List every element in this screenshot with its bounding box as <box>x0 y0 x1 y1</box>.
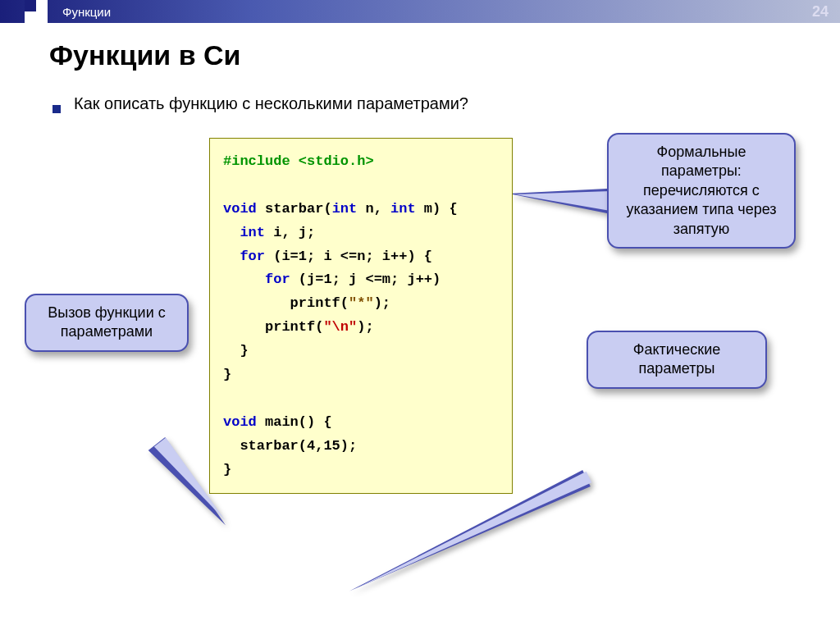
bullet-square-icon <box>52 105 61 113</box>
callout-actual-params: Фактические параметры <box>587 331 767 389</box>
bullet-text: Как описать функцию с несколькими параме… <box>74 94 468 113</box>
bullet-item: Как описать функцию с несколькими параме… <box>52 94 799 113</box>
callout-formal-params: Формальные параметры: перечисляются с ук… <box>607 133 796 249</box>
page-title: Функции в Си <box>49 39 799 71</box>
slide-content: Функции в Си Как описать функцию с неско… <box>0 23 840 564</box>
header-logo-icon <box>25 0 48 23</box>
header-bar: Функции <box>0 0 840 23</box>
callout-function-call: Вызов функции с параметрами <box>25 294 189 352</box>
code-box: #include <stdio.h> void starbar(int n, i… <box>209 138 513 494</box>
header-section-label: Функции <box>62 5 111 19</box>
page-number: 24 <box>812 3 829 21</box>
diagram-stage: #include <stdio.h> void starbar(int n, i… <box>49 138 799 564</box>
code-include: #include <stdio.h> <box>223 153 374 169</box>
